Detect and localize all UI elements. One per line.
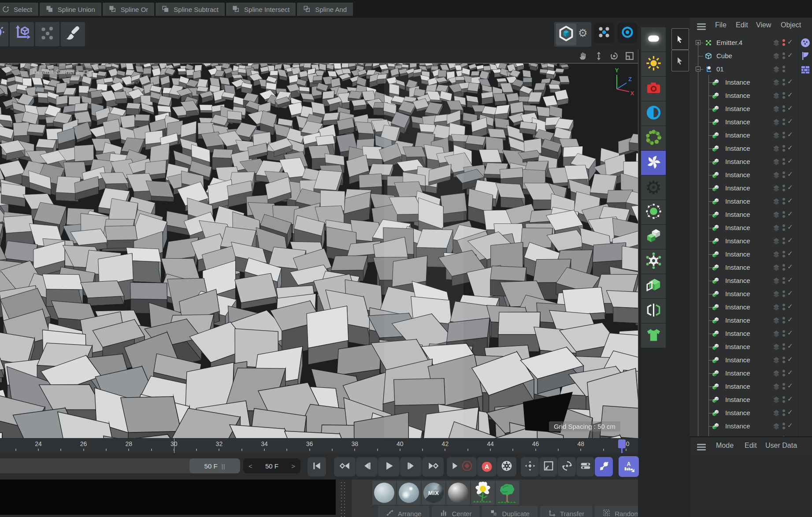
expand-toggle[interactable]: + xyxy=(696,40,701,45)
enabled-check-icon[interactable]: ✓ xyxy=(787,395,793,403)
key-rotation-button[interactable] xyxy=(558,457,576,476)
palette-dynamics-button[interactable] xyxy=(641,151,666,175)
object-row-instance-25[interactable]: Instance✓ xyxy=(690,406,812,420)
layer-icon[interactable] xyxy=(773,145,780,152)
visibility-dots[interactable] xyxy=(782,158,785,165)
power-slider-thumb[interactable]: 50 F || xyxy=(189,458,240,473)
play-button[interactable] xyxy=(378,457,400,476)
layer-icon[interactable] xyxy=(773,52,780,60)
toolbar-button-select[interactable]: Select xyxy=(0,3,38,16)
object-row-instance-24[interactable]: Instance✓ xyxy=(690,393,812,406)
object-row-instance-6[interactable]: Instance✓ xyxy=(690,155,812,168)
enabled-check-icon[interactable]: ✓ xyxy=(787,342,793,350)
frame-increment-arrow[interactable]: > xyxy=(291,462,295,470)
enabled-check-icon[interactable]: ✓ xyxy=(787,78,793,86)
tool-tile-points-icon[interactable] xyxy=(35,22,59,46)
visibility-dots[interactable] xyxy=(782,145,785,152)
drag-handle[interactable] xyxy=(339,480,347,517)
layer-icon[interactable] xyxy=(773,158,780,165)
particle-tag-icon[interactable] xyxy=(801,38,810,48)
enabled-check-icon[interactable]: ✓ xyxy=(787,421,793,429)
layer-icon[interactable] xyxy=(773,251,780,258)
palette-glow-light-button[interactable] xyxy=(641,27,666,52)
object-row-instance-13[interactable]: Instance✓ xyxy=(690,248,812,261)
object-row-instance-2[interactable]: Instance✓ xyxy=(690,102,812,115)
node-editor-button[interactable] xyxy=(556,23,576,45)
duplicate-button[interactable]: Duplicate xyxy=(482,506,538,517)
enabled-check-icon[interactable]: ✓ xyxy=(787,51,793,59)
enabled-check-icon[interactable]: ✓ xyxy=(787,170,793,178)
visibility-dots[interactable] xyxy=(782,370,785,376)
palette-symmetry-button[interactable] xyxy=(641,299,666,323)
visibility-dots[interactable] xyxy=(782,185,785,191)
layer-icon[interactable] xyxy=(773,105,780,112)
layer-icon[interactable] xyxy=(773,119,780,126)
menu-icon[interactable] xyxy=(697,22,706,31)
key-scale-button[interactable] xyxy=(539,457,557,476)
previous-key-button[interactable] xyxy=(334,457,356,476)
layer-icon[interactable] xyxy=(773,132,780,139)
maximize-icon[interactable] xyxy=(625,51,634,61)
enabled-check-icon[interactable]: ✓ xyxy=(787,130,793,138)
toolbar-button-spline-and[interactable]: Spline And xyxy=(297,3,353,16)
randomize-button[interactable]: Randomize xyxy=(595,506,638,517)
layer-icon[interactable] xyxy=(773,423,780,430)
visibility-dots[interactable] xyxy=(782,238,785,244)
object-row-instance-27[interactable]: Instance✓ xyxy=(690,433,812,436)
layer-icon[interactable] xyxy=(773,92,780,99)
layer-icon[interactable] xyxy=(773,238,780,245)
enabled-check-icon[interactable]: ✓ xyxy=(787,236,793,244)
layer-icon[interactable] xyxy=(773,370,780,377)
dope-sheet-button[interactable]: A xyxy=(619,456,639,477)
enabled-check-icon[interactable]: ✓ xyxy=(787,355,793,363)
visibility-dots[interactable] xyxy=(782,92,785,99)
enabled-check-icon[interactable]: ✓ xyxy=(787,263,793,271)
visibility-dots[interactable] xyxy=(782,357,785,363)
bricks-tag-icon[interactable] xyxy=(801,64,810,74)
visibility-dots[interactable] xyxy=(782,251,785,257)
center-button[interactable]: Center xyxy=(432,506,479,517)
palette-mograph-gear-button[interactable] xyxy=(641,249,666,274)
am-menu-edit[interactable]: Edit xyxy=(745,442,757,450)
object-row-instance-22[interactable]: Instance✓ xyxy=(690,367,812,380)
layer-icon[interactable] xyxy=(773,66,780,73)
visibility-dots[interactable] xyxy=(782,383,785,390)
material-thumb-tree-material[interactable] xyxy=(496,481,519,505)
key-position-button[interactable] xyxy=(521,457,539,476)
object-row-instance-21[interactable]: Instance✓ xyxy=(690,353,812,367)
palette-field-button[interactable] xyxy=(641,200,666,224)
toolbar-button-spline-union[interactable]: Spline Union xyxy=(40,3,101,16)
palette-background-button[interactable] xyxy=(641,101,666,126)
material-thumb-metal-sphere[interactable] xyxy=(446,481,470,505)
visibility-dots[interactable] xyxy=(782,171,785,178)
object-row-instance-1[interactable]: Instance✓ xyxy=(690,89,812,102)
toggle-magic-dots-icon[interactable] xyxy=(594,23,614,43)
enabled-check-icon[interactable]: ✓ xyxy=(787,38,793,46)
object-row-instance-18[interactable]: Instance✓ xyxy=(690,314,812,327)
object-row-emitter-4[interactable]: +Emitter.4✓ xyxy=(690,36,812,49)
enabled-check-icon[interactable]: ✓ xyxy=(787,249,793,257)
layer-icon[interactable] xyxy=(773,304,780,311)
visibility-dots[interactable] xyxy=(782,277,785,284)
layer-icon[interactable] xyxy=(773,357,780,364)
enabled-check-icon[interactable]: ✓ xyxy=(787,276,793,284)
enabled-check-icon[interactable]: ✓ xyxy=(787,157,793,165)
enabled-check-icon[interactable]: ✓ xyxy=(787,144,793,152)
layer-icon[interactable] xyxy=(773,343,780,350)
viewport-3d[interactable]: Default Camera Y Z X Grid Spacing : 50 c… xyxy=(0,49,638,439)
object-row-instance-5[interactable]: Instance✓ xyxy=(690,142,812,155)
object-row-instance-19[interactable]: Instance✓ xyxy=(690,327,812,340)
material-thumb-matte-sphere[interactable] xyxy=(372,481,396,505)
layer-icon[interactable] xyxy=(773,185,780,192)
enabled-check-icon[interactable]: ✓ xyxy=(787,223,793,231)
enabled-check-icon[interactable]: ✓ xyxy=(787,183,793,191)
phong-tag-icon[interactable] xyxy=(801,51,810,61)
object-row-instance-3[interactable]: Instance✓ xyxy=(690,115,812,129)
layer-icon[interactable] xyxy=(773,317,780,324)
visibility-dots[interactable] xyxy=(782,317,785,324)
key-selection-button[interactable] xyxy=(595,457,613,476)
palette-green-cube-button[interactable] xyxy=(641,274,666,298)
om-menu-object[interactable]: Object xyxy=(781,21,801,29)
layer-icon[interactable] xyxy=(773,39,780,46)
object-row-instance-16[interactable]: Instance✓ xyxy=(690,287,812,301)
